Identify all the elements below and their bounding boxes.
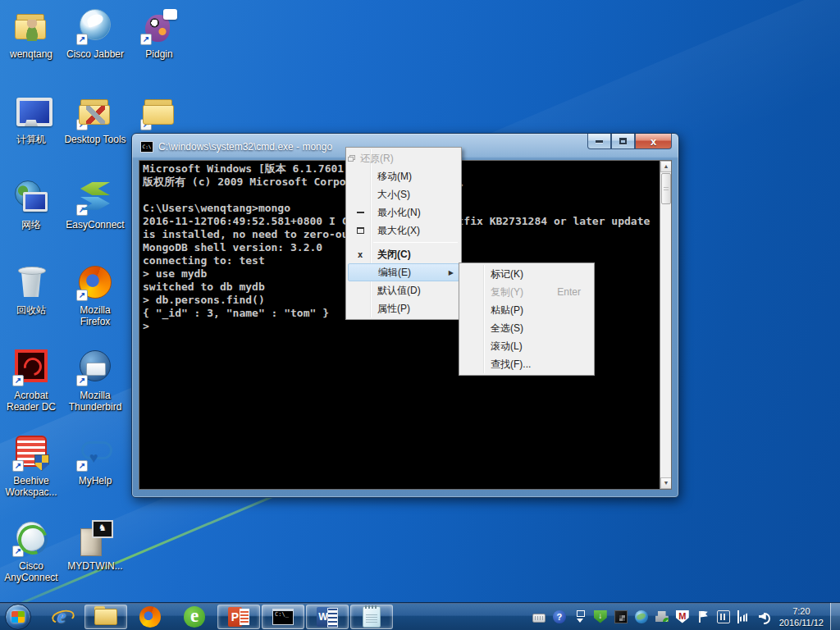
shortcut-arrow-badge: ↗ [12, 375, 24, 386]
network-icon [11, 177, 51, 217]
keyboard-icon[interactable] [532, 614, 546, 623]
desktop-icon-label: MyHelp [64, 475, 126, 486]
desktop-icon-cisco-anyconnect[interactable]: ↗ Cisco AnyConnect [0, 518, 62, 583]
submenu-item-scroll[interactable]: 滚动(L) [461, 337, 592, 355]
desktop-icon-computer[interactable]: 计算机 [0, 92, 62, 145]
desktop-icon-wenqtang[interactable]: wenqtang [0, 7, 62, 60]
desktop-icon-easyconnect[interactable]: ↗ EasyConnect [64, 177, 126, 231]
easyconnect-icon: ↗ [75, 177, 115, 217]
desktop-icon-beehive[interactable]: ↗ Beehive Workspac... [0, 433, 62, 498]
computer-icon [11, 92, 51, 131]
show-desktop-button[interactable] [830, 603, 840, 630]
taskbar-button-windows-explorer[interactable] [84, 605, 127, 629]
explorer-folder-icon [94, 609, 117, 625]
volume-icon[interactable] [758, 610, 771, 623]
taskbar-button-internet-explorer[interactable]: e [40, 605, 83, 629]
submenu-item-find[interactable]: 查找(F)... [461, 355, 592, 373]
shortcut-arrow-badge: ↗ [12, 546, 24, 557]
desktop-icon-label: MYDTWIN... [64, 560, 126, 572]
scrollbar-thumb[interactable] [661, 173, 671, 204]
menu-item-minimize[interactable]: 最小化(N) [348, 203, 459, 221]
help-icon[interactable]: ? [553, 610, 566, 623]
submenu-item-mark[interactable]: 标记(K) [461, 265, 592, 283]
security-shield-icon[interactable] [594, 610, 607, 623]
submenu-item-copy: 复制(Y) Enter [461, 283, 592, 301]
desktop-icon-cisco-jabber[interactable]: ↗ Cisco Jabber [64, 7, 126, 60]
desktop-icon-label: Acrobat Reader DC [0, 390, 62, 413]
usb-safely-remove-icon[interactable] [655, 610, 669, 623]
power-plug-icon[interactable] [717, 610, 730, 623]
desktop-icon-label: Mozilla Firefox [64, 304, 126, 327]
pidgin-icon: ↗ [139, 7, 179, 46]
desktop-icon-folder[interactable]: ↗ [128, 92, 190, 131]
taskbar-button-notepad[interactable] [350, 605, 393, 629]
clock-time: 7:20 [779, 605, 824, 617]
thunderbird-icon: ↗ [75, 348, 115, 387]
taskbar-button-firefox[interactable] [129, 605, 171, 629]
powerpoint-icon [228, 607, 249, 627]
menu-item-move[interactable]: 移动(M) [348, 167, 459, 185]
taskbar-button-cmd[interactable]: C:\_ [262, 605, 304, 629]
notepad-icon [363, 606, 381, 628]
desktop-icon-firefox[interactable]: ↗ Mozilla Firefox [64, 262, 126, 327]
network-globe-icon[interactable] [635, 610, 648, 623]
shortcut-arrow-badge: ↗ [76, 290, 88, 301]
submenu-item-paste[interactable]: 粘贴(P) [461, 301, 592, 319]
menu-item-defaults[interactable]: 默认值(D) [348, 281, 459, 299]
edit-submenu: 标记(K) 复制(Y) Enter 粘贴(P) 全选(S) 滚动(L) 查找(F… [459, 262, 595, 376]
scroll-down-arrow[interactable]: ▼ [660, 477, 672, 489]
vertical-scrollbar[interactable]: ▲ ▼ [660, 161, 671, 489]
desktop-icon-mydtwin[interactable]: MYDTWIN... [64, 518, 126, 572]
myhelp-icon: ↗ [75, 433, 115, 472]
start-button[interactable] [3, 605, 34, 629]
desktop-icon-label: Mozilla Thunderbird [64, 390, 126, 413]
desktop-icon-recycle-bin[interactable]: 回收站 [0, 262, 62, 316]
submenu-item-select-all[interactable]: 全选(S) [461, 319, 592, 337]
desktop-icon-label: 回收站 [0, 304, 62, 316]
maximize-button[interactable] [611, 134, 635, 149]
desktop-icon-acrobat[interactable]: ↗ Acrobat Reader DC [0, 348, 62, 413]
desktop-icon-pidgin[interactable]: ↗ Pidgin [128, 7, 190, 60]
shortcut-arrow-badge: ↗ [76, 460, 88, 472]
acrobat-reader-icon: ↗ [11, 348, 51, 387]
shortcut-arrow-badge: ↗ [76, 375, 88, 386]
clock-date: 2016/11/12 [779, 617, 824, 628]
signal-strength-icon[interactable] [737, 610, 751, 623]
minimize-icon [596, 140, 603, 143]
taskbar-button-360-browser[interactable]: e [173, 605, 216, 629]
shortcut-arrow-badge: ↗ [140, 34, 152, 45]
mcafee-icon[interactable] [676, 610, 689, 623]
show-hidden-icons-button[interactable] [573, 610, 587, 623]
desktop-icon-desktop-tools[interactable]: ↗ Desktop Tools [64, 92, 126, 145]
cmd-icon: C:\_ [272, 609, 294, 625]
menu-item-restore: 还原(R) [348, 149, 459, 167]
desktop-icon-label: Beehive Workspac... [0, 475, 62, 498]
minimize-button[interactable] [587, 134, 611, 149]
scroll-up-arrow[interactable]: ▲ [660, 161, 672, 172]
tools-folder-icon: ↗ [75, 92, 115, 131]
shortcut-key-label: Enter [557, 286, 592, 298]
app-tray-icon[interactable] [614, 610, 628, 623]
menu-item-size[interactable]: 大小(S) [348, 185, 459, 203]
menu-item-properties[interactable]: 属性(P) [348, 299, 459, 317]
desktop-icon-label: Cisco AnyConnect [0, 560, 62, 583]
restore-icon [348, 155, 355, 162]
taskbar-clock[interactable]: 7:20 2016/11/12 [778, 605, 830, 628]
desktop-icon-myhelp[interactable]: ↗ MyHelp [64, 433, 126, 486]
taskbar: e e C:\_ ? 7:20 2016/11/12 [0, 602, 840, 630]
menu-item-edit[interactable]: 编辑(E) ▶ [348, 263, 459, 281]
windows-flag-icon [11, 611, 25, 623]
taskbar-button-powerpoint[interactable] [217, 605, 260, 629]
menu-item-maximize[interactable]: 最大化(X) [348, 221, 459, 240]
menu-item-close[interactable]: x 关闭(C) [348, 245, 459, 263]
desktop-icon-label: EasyConnect [64, 219, 126, 231]
internet-explorer-icon: e [57, 607, 66, 626]
firefox-icon: ↗ [75, 262, 115, 302]
desktop-icon-thunderbird[interactable]: ↗ Mozilla Thunderbird [64, 348, 126, 413]
action-center-flag-icon[interactable] [696, 610, 710, 623]
close-button[interactable]: x [635, 134, 672, 149]
recycle-bin-icon [11, 262, 51, 302]
360-browser-icon: e [184, 606, 205, 628]
desktop-icon-network[interactable]: 网络 [0, 177, 62, 231]
taskbar-button-word[interactable] [306, 605, 349, 629]
